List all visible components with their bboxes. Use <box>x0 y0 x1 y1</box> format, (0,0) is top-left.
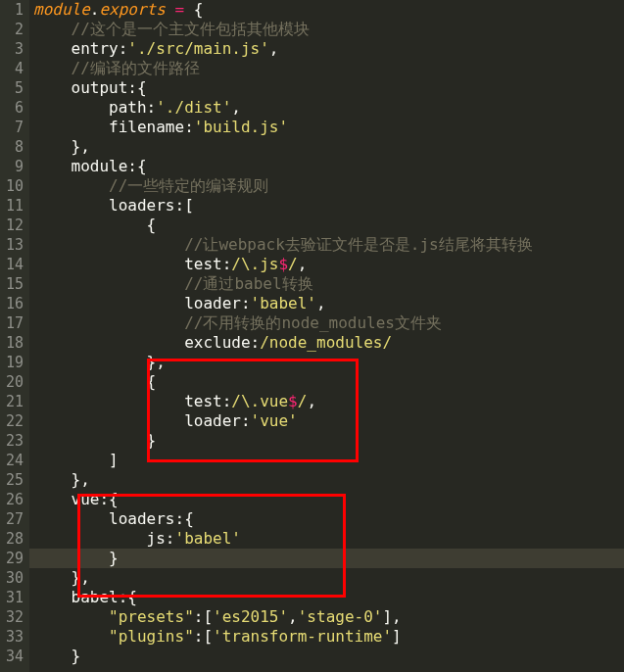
line-number: 23 <box>4 431 24 451</box>
line-number: 25 <box>4 470 24 490</box>
code-line[interactable]: ] <box>29 451 624 470</box>
line-number: 21 <box>4 392 24 411</box>
line-number-gutter: 1234567891011121314151617181920212223242… <box>0 0 29 672</box>
line-number: 30 <box>4 568 24 588</box>
code-line[interactable]: }, <box>29 137 624 157</box>
line-number: 32 <box>4 607 24 627</box>
line-number: 9 <box>4 157 24 176</box>
line-number: 14 <box>4 255 24 274</box>
code-line[interactable]: babel:{ <box>29 588 624 607</box>
code-line[interactable]: entry:'./src/main.js', <box>29 39 624 59</box>
code-line[interactable]: //不用转换的node_modules文件夹 <box>29 313 624 333</box>
code-line[interactable]: filename:'build.js' <box>29 118 624 137</box>
code-line[interactable]: "presets":['es2015','stage-0'], <box>29 607 624 627</box>
line-number: 6 <box>4 98 24 118</box>
line-number: 33 <box>4 627 24 647</box>
code-line[interactable]: { <box>29 216 624 235</box>
line-number: 26 <box>4 490 24 509</box>
code-line[interactable]: } <box>29 647 624 666</box>
code-line[interactable]: loader:'vue' <box>29 411 624 431</box>
code-line[interactable]: loaders:{ <box>29 509 624 529</box>
line-number: 2 <box>4 20 24 39</box>
line-number: 18 <box>4 333 24 353</box>
line-number: 3 <box>4 39 24 59</box>
code-line[interactable]: path:'./dist', <box>29 98 624 118</box>
line-number: 8 <box>4 137 24 157</box>
line-number: 4 <box>4 59 24 78</box>
code-line[interactable]: //编译的文件路径 <box>29 59 624 78</box>
line-number: 20 <box>4 372 24 392</box>
line-number: 13 <box>4 235 24 255</box>
code-line[interactable]: exclude:/node_modules/ <box>29 333 624 353</box>
code-line[interactable]: test:/\.vue$/, <box>29 392 624 411</box>
code-line[interactable]: vue:{ <box>29 490 624 509</box>
code-line[interactable]: "plugins":['transform-runtime'] <box>29 627 624 647</box>
line-number: 22 <box>4 411 24 431</box>
line-number: 34 <box>4 647 24 666</box>
line-number: 17 <box>4 313 24 333</box>
line-number: 16 <box>4 294 24 313</box>
line-number: 12 <box>4 216 24 235</box>
code-line[interactable]: module.exports = { <box>29 0 624 20</box>
code-line[interactable]: }, <box>29 470 624 490</box>
line-number: 27 <box>4 509 24 529</box>
code-editor[interactable]: 1234567891011121314151617181920212223242… <box>0 0 624 672</box>
code-line[interactable]: module:{ <box>29 157 624 176</box>
code-line[interactable]: //让webpack去验证文件是否是.js结尾将其转换 <box>29 235 624 255</box>
line-number: 1 <box>4 0 24 20</box>
code-line[interactable]: js:'babel' <box>29 529 624 549</box>
code-line[interactable]: //一些特定的编译规则 <box>29 176 624 196</box>
code-line[interactable]: }, <box>29 568 624 588</box>
line-number: 28 <box>4 529 24 549</box>
code-area[interactable]: module.exports = { //这个是一个主文件包括其他模块 entr… <box>29 0 624 672</box>
line-number: 7 <box>4 118 24 137</box>
line-number: 29 <box>4 549 24 568</box>
code-line[interactable]: //通过babel转换 <box>29 274 624 294</box>
line-number: 11 <box>4 196 24 216</box>
line-number: 19 <box>4 353 24 372</box>
code-line[interactable]: }, <box>29 353 624 372</box>
line-number: 15 <box>4 274 24 294</box>
code-line[interactable]: } <box>29 431 624 451</box>
line-number: 10 <box>4 176 24 196</box>
line-number: 31 <box>4 588 24 607</box>
code-line[interactable]: loader:'babel', <box>29 294 624 313</box>
code-line[interactable]: test:/\.js$/, <box>29 255 624 274</box>
code-line[interactable]: output:{ <box>29 78 624 98</box>
code-line[interactable]: //这个是一个主文件包括其他模块 <box>29 20 624 39</box>
code-line[interactable]: { <box>29 372 624 392</box>
code-line[interactable]: loaders:[ <box>29 196 624 216</box>
line-number: 24 <box>4 451 24 470</box>
code-line[interactable]: } <box>29 549 624 568</box>
line-number: 5 <box>4 78 24 98</box>
